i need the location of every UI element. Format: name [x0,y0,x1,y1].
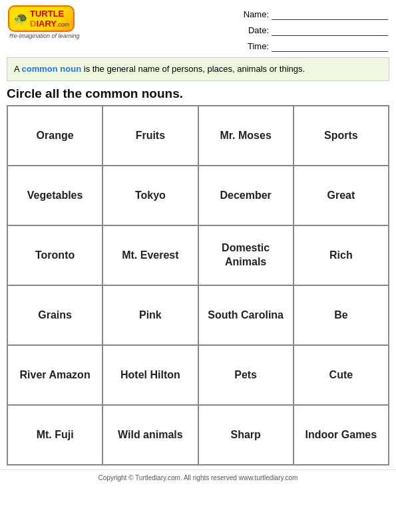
table-cell[interactable]: Domestic Animals [198,225,294,285]
table-cell[interactable]: Pink [102,285,198,345]
table-cell[interactable]: Pets [198,345,294,405]
table-cell[interactable]: Rich [294,225,389,285]
noun-table: OrangeFruitsMr. MosesSportsVegetablesTok… [7,105,389,466]
logo-subtitle: Re-Imagination of learning [9,33,80,39]
date-label: Date: [239,25,269,35]
table-cell[interactable]: Wild animals [102,405,198,465]
table-cell[interactable]: Be [294,285,389,345]
brand-name: TURTLE DIARY.com [30,9,69,29]
table-cell[interactable]: Cute [294,345,389,405]
date-row: Date: [239,24,388,36]
table-cell[interactable]: River Amazon [7,345,102,405]
table-cell[interactable]: Hotel Hilton [102,345,198,405]
time-label: Time: [239,41,269,51]
table-cell[interactable]: Mt. Fuji [7,405,102,465]
info-box: A common noun is the general name of per… [7,57,389,81]
turtle-icon: 🐢 [13,11,28,26]
table-cell[interactable]: Vegetables [7,166,102,225]
logo-badge: 🐢 TURTLE DIARY.com [8,5,75,32]
info-suffix: is the general name of persons, places, … [81,64,305,74]
footer: Copyright © Turtlediary.com. All rights … [0,469,396,485]
date-input[interactable] [272,24,388,36]
name-label: Name: [239,9,269,19]
table-cell[interactable]: Indoor Games [294,405,389,465]
time-input[interactable] [272,40,388,52]
table-cell[interactable]: Tokyo [102,166,198,225]
form-fields: Name: Date: Time: [239,5,388,52]
table-cell[interactable]: Mr. Moses [198,106,294,166]
table-cell[interactable]: Mt. Everest [102,225,198,285]
time-row: Time: [239,40,388,52]
name-row: Name: [239,8,388,20]
info-prefix: A [14,64,22,74]
table-cell[interactable]: Great [294,166,389,225]
table-cell[interactable]: Grains [7,285,102,345]
instruction: Circle all the common nouns. [7,86,389,101]
logo-area: 🐢 TURTLE DIARY.com Re-Imagination of lea… [8,5,80,39]
table-cell[interactable]: Fruits [102,106,198,166]
info-highlight: common noun [22,64,82,74]
header: 🐢 TURTLE DIARY.com Re-Imagination of lea… [0,0,396,55]
name-input[interactable] [272,8,388,20]
table-cell[interactable]: South Carolina [198,285,294,345]
table-cell[interactable]: December [198,166,294,225]
table-cell[interactable]: Sports [294,106,389,166]
table-cell[interactable]: Sharp [198,405,294,465]
table-cell[interactable]: Toronto [7,225,102,285]
table-cell[interactable]: Orange [7,106,102,166]
